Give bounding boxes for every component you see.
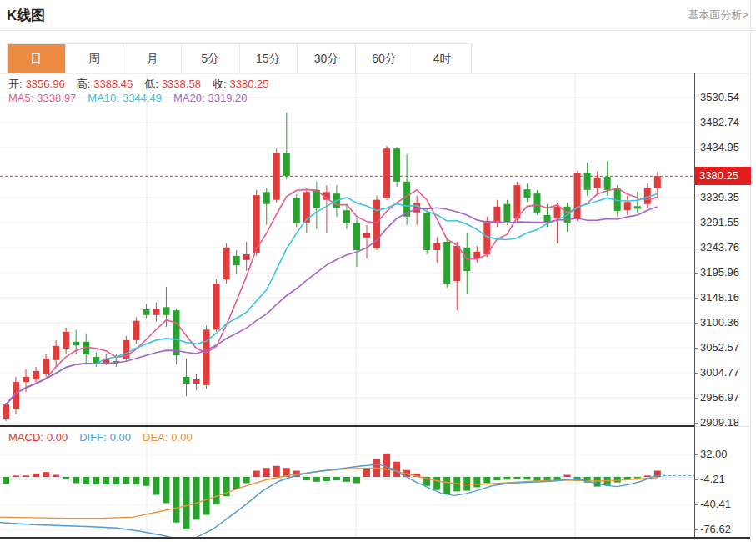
macd-bar [173, 477, 179, 523]
axis-tick [694, 398, 698, 399]
candle-body [574, 173, 581, 219]
candle-body [513, 185, 520, 218]
tab-月[interactable]: 月 [123, 44, 181, 73]
axis-tick [694, 348, 698, 349]
candle-body [383, 148, 390, 198]
legend-value: 3344.49 [123, 92, 162, 104]
macd-bar [33, 474, 39, 477]
legend-value: 3338.58 [162, 78, 201, 90]
fundamental-analysis-link[interactable]: 基本面分析> [688, 8, 748, 23]
candle-body [503, 204, 510, 222]
ma-legend: MA5:3338.97MA10:3344.49MA20:3319.20 [8, 92, 259, 104]
tab-4时[interactable]: 4时 [413, 44, 471, 73]
tab-日[interactable]: 日 [8, 44, 65, 73]
candle-body [33, 371, 39, 379]
macd-bar [323, 477, 330, 481]
macd-bar [243, 477, 250, 483]
tab-60分[interactable]: 60分 [355, 44, 413, 73]
macd-bar [333, 477, 340, 480]
macd-bar [493, 477, 500, 480]
candle-body [624, 202, 631, 210]
legend-value: 0.00 [47, 431, 68, 444]
ohlc-legend: 开:3356.96高:3388.46低:3338.58收:3380.25 [8, 77, 281, 92]
macd-bar [13, 475, 19, 477]
tab-5分[interactable]: 5分 [181, 44, 239, 73]
axis-tick [694, 504, 698, 505]
axis-label: 3291.55 [700, 216, 739, 228]
legend-value: 3338.97 [37, 92, 76, 104]
tab-30分[interactable]: 30分 [297, 44, 355, 73]
axis-tick [694, 479, 698, 480]
axis-label: 3434.95 [700, 141, 739, 153]
macd-bar [273, 466, 280, 477]
legend-label: 高: [77, 78, 91, 90]
legend-label: 开: [8, 78, 23, 90]
candle-body [453, 246, 460, 281]
axis-tick [694, 373, 698, 374]
candle-body [533, 193, 540, 213]
macd-bar [253, 471, 260, 477]
macd-bar [53, 475, 59, 477]
legend-label: MA10: [88, 92, 119, 104]
macd-bar [203, 477, 210, 515]
axis-label: 3004.77 [700, 366, 739, 379]
axis-label: 3530.54 [700, 91, 739, 103]
axis-label: 3482.74 [700, 116, 739, 128]
macd-bar [3, 477, 9, 484]
axis-tick [694, 123, 698, 123]
macd-bar [393, 462, 400, 477]
legend-label: MA20: [173, 92, 205, 104]
axis-tick [694, 529, 698, 530]
candle-body [63, 332, 69, 349]
axis-label: 3339.35 [700, 191, 739, 203]
candlestick-chart[interactable] [0, 73, 694, 427]
macd-bar [83, 477, 89, 484]
candle-body [263, 192, 270, 203]
axis-label: 32.00 [700, 448, 728, 460]
candle-body [423, 213, 430, 250]
y-axis-line [694, 73, 695, 539]
macd-bar [123, 477, 129, 484]
ma5-line [6, 188, 658, 404]
candle-body [634, 206, 641, 208]
candle-body [253, 195, 260, 253]
candle-body [343, 210, 350, 223]
macd-bar [133, 477, 139, 484]
macd-bar [193, 477, 200, 519]
candle-body [173, 310, 179, 355]
kline-widget: K线图 基本面分析> 日周月5分15分30分60分4时 开:3356.96高:3… [0, 0, 756, 542]
header-divider [0, 30, 756, 31]
axis-label: -4.21 [700, 473, 725, 485]
axis-tick [694, 423, 698, 424]
chart-bottom-border [0, 537, 751, 539]
macd-legend: MACD:0.00DIFF:0.00DEA:0.00 [8, 431, 204, 444]
legend-label: MACD: [8, 431, 43, 444]
legend-value: 3319.20 [208, 92, 248, 104]
candle-body [163, 307, 169, 314]
axis-tick [694, 323, 698, 324]
macd-bar [23, 475, 29, 477]
legend-label: MA5: [8, 92, 33, 104]
axis-tick [694, 248, 698, 248]
candle-body [594, 178, 601, 188]
candle-body [554, 207, 561, 218]
macd-bar [383, 454, 390, 477]
axis-tick [694, 273, 698, 274]
macd-bar [594, 477, 601, 487]
axis-tick [694, 223, 698, 223]
tab-周[interactable]: 周 [65, 44, 123, 73]
axis-label: -40.41 [700, 498, 731, 510]
diff-line [0, 464, 658, 538]
candle-body [73, 342, 79, 345]
macd-bar [63, 477, 69, 479]
macd-bar [113, 477, 119, 484]
legend-label: DEA: [143, 431, 168, 444]
macd-bar [564, 475, 571, 477]
ma20-line [6, 207, 658, 404]
axis-label: -76.62 [700, 523, 731, 535]
axis-tick [694, 298, 698, 299]
macd-bar [163, 477, 169, 503]
macd-bar [93, 477, 99, 484]
tab-15分[interactable]: 15分 [239, 44, 298, 73]
axis-tick [694, 148, 698, 148]
